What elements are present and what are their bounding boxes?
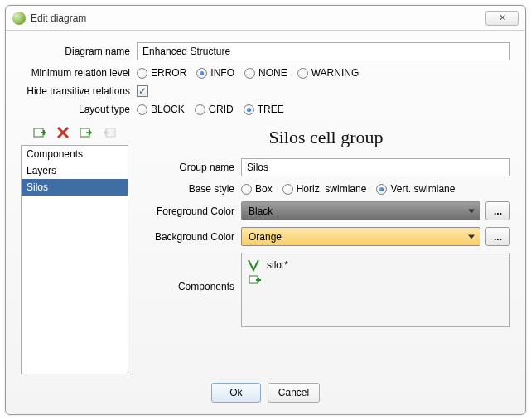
radio-error[interactable]: ERROR [137, 67, 186, 79]
cancel-button[interactable]: Cancel [268, 383, 320, 403]
chevron-down-icon [468, 209, 475, 213]
list-item[interactable]: Components [22, 146, 128, 162]
bg-color-combo[interactable]: Orange [241, 227, 480, 246]
radio-tree[interactable]: TREE [244, 104, 284, 115]
radio-box[interactable]: Box [241, 183, 273, 195]
radio-block[interactable]: BLOCK [137, 104, 185, 115]
hide-transitive-label: Hide transitive relations [21, 85, 137, 97]
min-relation-label: Minimum relation level [21, 67, 137, 79]
group-list[interactable]: Components Layers Silos [21, 145, 128, 374]
export-icon [103, 126, 116, 139]
titlebar: Edit diagram ✕ [6, 6, 525, 31]
radio-vswim[interactable]: Vert. swimlane [376, 183, 455, 195]
dialog-buttons: Ok Cancel [21, 374, 510, 406]
import-button[interactable] [79, 125, 94, 140]
group-name-label: Group name [142, 162, 241, 173]
radio-none[interactable]: NONE [244, 67, 287, 79]
radio-info[interactable]: INFO [196, 67, 234, 79]
component-entry[interactable]: silo:* [267, 259, 288, 271]
window-title: Edit diagram [31, 12, 86, 24]
hide-transitive-checkbox[interactable]: ✓ [137, 85, 148, 97]
chevron-down-icon [468, 234, 475, 239]
list-item[interactable]: Layers [22, 162, 128, 179]
diagram-name-input[interactable] [137, 42, 510, 60]
client-area: Diagram name Minimum relation level ERRO… [6, 31, 525, 414]
components-label: Components [142, 253, 241, 292]
layout-type-label: Layout type [21, 104, 137, 115]
left-column: Components Layers Silos [21, 125, 128, 374]
components-box[interactable]: silo:* [241, 253, 510, 327]
radio-grid[interactable]: GRID [195, 104, 234, 115]
layout-type-group: BLOCK GRID TREE [137, 104, 291, 115]
close-icon: ✕ [499, 12, 506, 23]
list-item[interactable]: Silos [22, 179, 128, 196]
bg-color-label: Background Color [142, 231, 241, 243]
add-icon [33, 126, 46, 139]
app-icon [12, 12, 26, 25]
add-group-button[interactable] [32, 125, 47, 140]
delete-group-button[interactable] [56, 125, 70, 140]
group-name-input[interactable] [241, 158, 510, 176]
export-button[interactable] [102, 125, 117, 140]
dialog-window: Edit diagram ✕ Diagram name Minimum rela… [5, 5, 526, 415]
radio-hswim[interactable]: Horiz. swimlane [282, 183, 367, 195]
fg-color-picker-button[interactable]: ... [485, 201, 510, 220]
ok-button[interactable]: Ok [211, 383, 261, 403]
radio-warning[interactable]: WARNING [297, 67, 360, 79]
min-relation-group: ERROR INFO NONE WARNING [137, 67, 365, 79]
base-style-group: Box Horiz. swimlane Vert. swimlane [241, 183, 461, 195]
diagram-name-label: Diagram name [21, 46, 137, 57]
group-heading: Silos cell group [142, 127, 510, 148]
close-button[interactable]: ✕ [485, 11, 519, 26]
import-icon [80, 126, 93, 139]
fg-color-label: Foreground Color [142, 205, 241, 217]
base-style-label: Base style [142, 183, 241, 195]
list-toolbar [21, 125, 128, 140]
add-component-icon[interactable] [249, 273, 262, 287]
fg-color-combo[interactable]: Black [241, 201, 480, 220]
tree-expand-icon[interactable] [247, 258, 260, 272]
delete-icon [56, 126, 70, 139]
right-column: Silos cell group Group name Base style B… [142, 125, 510, 374]
bg-color-picker-button[interactable]: ... [485, 227, 510, 246]
